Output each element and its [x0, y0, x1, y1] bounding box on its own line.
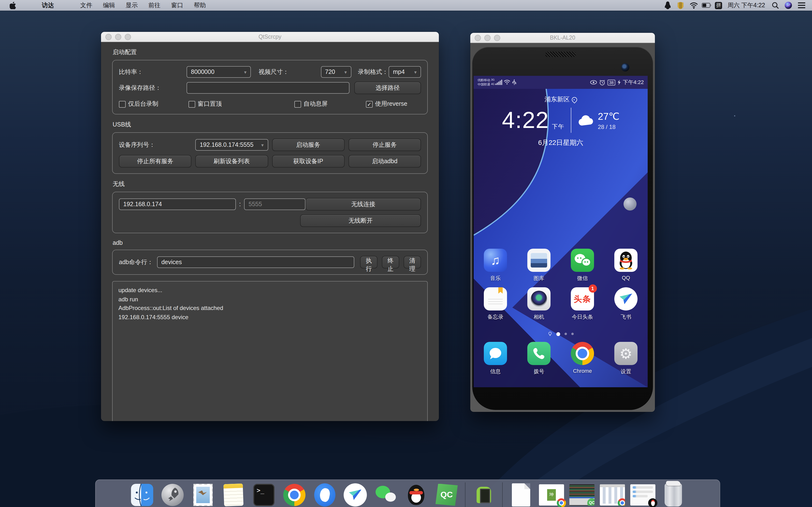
dock-feishu[interactable] [343, 483, 367, 507]
app-wechat[interactable]: 微信 [561, 249, 604, 282]
clock-weather-widget[interactable]: 浦东新区 4:22 下午 27℃ 28 / 1 [474, 95, 648, 147]
wireless-connect-button[interactable]: 无线连接 [306, 198, 421, 211]
adb-terminate-button[interactable]: 终止 [382, 256, 399, 269]
dock-mail[interactable] [191, 483, 215, 507]
app-toutiao[interactable]: 头条 1 今日头条 [561, 287, 604, 321]
start-adbd-button[interactable]: 启动adbd [349, 155, 421, 168]
serial-label: 设备序列号： [119, 141, 192, 149]
input-method-icon[interactable]: 拼 [715, 2, 722, 9]
app-label: 信息 [490, 368, 501, 375]
app-notes[interactable]: 备忘录 [474, 287, 517, 321]
app-settings[interactable]: ⚙ 设置 [604, 342, 648, 375]
serial-value: 192.168.0.174:5555 [200, 142, 254, 148]
app-chrome[interactable]: Chrome [561, 342, 604, 375]
stop-all-services-button[interactable]: 停止所有服务 [119, 155, 192, 168]
record-format-combobox[interactable]: mp4 ▾ [389, 66, 421, 78]
dock-trash[interactable] [661, 483, 686, 507]
assistive-ball[interactable] [623, 198, 637, 211]
phone-window-titlebar[interactable]: BKL-AL20 [470, 33, 655, 43]
carrier-info: 优酷移动 3G 中国联通 4G [477, 78, 495, 87]
app-label: Chrome [573, 368, 592, 374]
menubar-clock[interactable]: 周六 下午4:22 [725, 1, 767, 9]
app-camera[interactable]: 相机 [517, 287, 561, 321]
page-dot [571, 333, 573, 335]
dock-wechat[interactable] [373, 483, 398, 507]
dock-document[interactable] [509, 483, 533, 507]
menu-view[interactable]: 显示 [120, 1, 143, 9]
phone-screen[interactable]: 优酷移动 3G 中国联通 4G 38 下午4:22 [474, 76, 648, 387]
checkbox-use-reverse[interactable]: ✓ 使用reverse [366, 100, 421, 108]
app-qq[interactable]: QQ [604, 249, 648, 282]
apple-menu-icon[interactable] [0, 2, 21, 9]
qq-menubar-icon[interactable] [663, 1, 672, 10]
dock-launchpad[interactable] [160, 483, 185, 507]
menu-window[interactable]: 窗口 [166, 1, 189, 9]
battery-icon[interactable] [702, 1, 711, 10]
adb-log-output[interactable]: update devices... adb run AdbProcess::ou… [112, 281, 428, 421]
dock-minimized-window-code[interactable]: QC [570, 483, 594, 507]
dock-android-tool[interactable] [472, 483, 496, 507]
adb-clear-button[interactable]: 清理 [404, 256, 421, 269]
wireless-disconnect-button[interactable]: 无线断开 [300, 214, 421, 227]
menu-file[interactable]: 文件 [75, 1, 98, 9]
adb-execute-button[interactable]: 执行 [360, 256, 377, 269]
checkbox-always-on-top[interactable]: 窗口置顶 [189, 100, 294, 108]
dock-qtscrcpy[interactable]: QC [435, 483, 459, 507]
wireless-ip-input[interactable] [119, 199, 236, 210]
app-label: 设置 [621, 368, 631, 375]
antivirus-shield-icon[interactable] [676, 1, 686, 10]
adb-cmd-input[interactable] [157, 257, 354, 268]
siri-icon[interactable] [783, 1, 793, 10]
stop-service-button[interactable]: 停止服务 [349, 138, 421, 151]
checkbox-label: 使用reverse [375, 100, 407, 108]
dock-netdisk[interactable] [313, 483, 337, 507]
dock-minimized-window-kun[interactable]: 坤 [540, 483, 564, 507]
record-path-input[interactable] [187, 82, 349, 94]
refresh-device-list-button[interactable]: 刷新设备列表 [196, 155, 268, 168]
checkbox-background-record[interactable]: 仅后台录制 [119, 100, 189, 108]
app-messages[interactable]: 信息 [474, 342, 517, 375]
photo-icon [531, 253, 547, 268]
wireless-group: : 无线连接 无线断开 [112, 192, 428, 233]
menu-help[interactable]: 帮助 [189, 1, 211, 9]
config-group: 比特率： 8000000 ▾ 视频尺寸： 720 ▾ 录制格式： mp4 ▾ [112, 60, 428, 114]
serial-combobox[interactable]: 192.168.0.174:5555 ▾ [196, 139, 268, 151]
qq-penguin-icon [614, 249, 638, 272]
app-gallery[interactable]: 图库 [517, 249, 561, 282]
record-format-value: mp4 [393, 68, 405, 75]
dock-minimized-window-web[interactable] [600, 483, 624, 507]
net1-label: 3G [491, 78, 495, 81]
get-device-ip-button[interactable]: 获取设备IP [272, 155, 345, 168]
dock-terminal[interactable]: >_ [252, 483, 276, 507]
app-music[interactable]: ♫ 音乐 [474, 249, 517, 282]
wireless-port-input[interactable] [244, 199, 306, 210]
phone-dock: 信息 拨号 Chrome ⚙ 设置 [474, 342, 648, 375]
checkbox-screen-off[interactable]: 自动息屏 [294, 100, 366, 108]
start-service-button[interactable]: 启动服务 [272, 138, 345, 151]
phone-window-body: 优酷移动 3G 中国联通 4G 38 下午4:22 [470, 43, 655, 412]
menu-finder[interactable]: 访达 [21, 1, 75, 9]
video-size-combobox[interactable]: 720 ▾ [321, 66, 351, 78]
dock-finder[interactable] [130, 483, 154, 507]
window-title: QtScrcpy [101, 34, 439, 40]
choose-path-button[interactable]: 选择路径 [354, 81, 421, 94]
dock-qq[interactable] [404, 483, 428, 507]
checkbox-label: 窗口置顶 [198, 100, 222, 108]
menu-go[interactable]: 前往 [143, 1, 166, 9]
dock-minimized-window-chat[interactable] [631, 483, 655, 507]
checkbox-box [119, 101, 126, 107]
notification-badge: 1 [589, 284, 597, 293]
wifi-icon[interactable] [689, 1, 698, 10]
home-page-indicator [474, 332, 648, 336]
notification-center-icon[interactable] [797, 1, 806, 10]
menu-edit[interactable]: 编辑 [98, 1, 120, 9]
app-dialer[interactable]: 拨号 [517, 342, 561, 375]
dock-chrome[interactable] [282, 483, 306, 507]
notes-icon [223, 483, 243, 506]
qtscrcpy-titlebar[interactable]: QtScrcpy [101, 32, 439, 42]
bitrate-combobox[interactable]: 8000000 ▾ [187, 66, 251, 78]
spotlight-search-icon[interactable] [770, 1, 780, 10]
app-feishu[interactable]: 飞书 [604, 287, 648, 321]
config-section-label: 启动配置 [113, 48, 428, 56]
dock-notes[interactable] [221, 483, 246, 507]
